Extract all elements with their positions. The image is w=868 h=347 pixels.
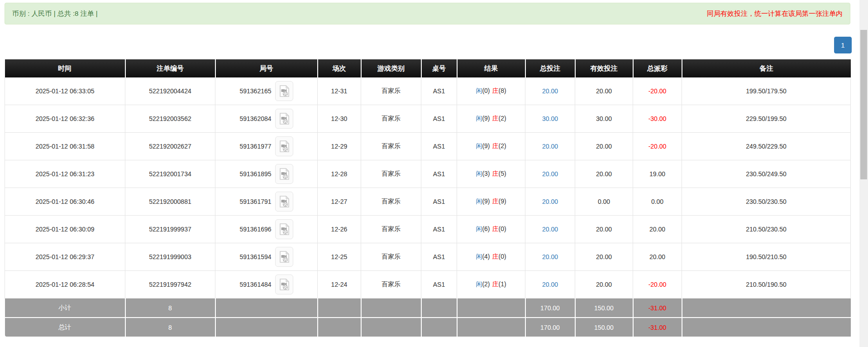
video-replay-button[interactable] bbox=[275, 109, 293, 129]
payout-cell: 0.00 bbox=[633, 188, 682, 216]
table-no-cell: AS1 bbox=[421, 105, 457, 133]
round-id-cell: 591361977 bbox=[215, 133, 318, 160]
empty-cell bbox=[361, 299, 421, 318]
banker-result-label: 庄 bbox=[492, 87, 499, 94]
video-file-icon bbox=[279, 85, 290, 97]
empty-cell bbox=[682, 318, 851, 337]
round-id-text: 591362084 bbox=[239, 115, 271, 122]
total-bet-cell: 20.00 bbox=[525, 216, 575, 243]
banker-result-value: (2) bbox=[499, 115, 506, 122]
bet-id-cell: 522191997942 bbox=[125, 271, 215, 299]
round-id-text: 591361977 bbox=[239, 143, 271, 150]
round-id-text: 591361594 bbox=[239, 253, 271, 260]
valid-bet-cell: 30.00 bbox=[575, 105, 633, 133]
valid-bet-cell: 20.00 bbox=[575, 77, 633, 105]
empty-cell bbox=[318, 299, 361, 318]
round-id-text: 591361791 bbox=[239, 198, 271, 205]
subtotal-payout: -31.00 bbox=[633, 299, 682, 318]
subtotal-count: 8 bbox=[125, 299, 215, 318]
banker-result-value: (0) bbox=[499, 253, 506, 260]
currency-summary-text: 币别 : 人民币 | 总共 :8 注单 | bbox=[12, 10, 98, 18]
result-cell: 闲(9)庄(2) bbox=[457, 133, 525, 160]
time-cell: 2025-01-12 06:28:54 bbox=[5, 271, 125, 299]
table-no-cell: AS1 bbox=[421, 243, 457, 271]
total-bet-cell: 20.00 bbox=[525, 77, 575, 105]
table-row: 2025-01-12 06:29:37 522191999003 5913615… bbox=[5, 243, 851, 271]
remark-cell: 210.50/190.50 bbox=[682, 271, 851, 299]
game-type-cell: 百家乐 bbox=[361, 77, 421, 105]
grand-total-payout: -31.00 bbox=[633, 318, 682, 337]
valid-bet-cell: 20.00 bbox=[575, 271, 633, 299]
round-id-cell: 591361895 bbox=[215, 160, 318, 188]
video-replay-button[interactable] bbox=[275, 247, 293, 267]
video-replay-button[interactable] bbox=[275, 164, 293, 184]
banker-result-label: 庄 bbox=[492, 253, 499, 260]
table-row: 2025-01-12 06:31:23 522192001734 5913618… bbox=[5, 160, 851, 188]
round-id-cell: 591362084 bbox=[215, 105, 318, 133]
player-result-value: (2) bbox=[482, 280, 490, 288]
round-id-cell: 591361484 bbox=[215, 271, 318, 299]
session-cell: 12-25 bbox=[318, 243, 361, 271]
table-no-cell: AS1 bbox=[421, 133, 457, 160]
empty-cell bbox=[682, 299, 851, 318]
empty-cell bbox=[421, 318, 457, 337]
round-id-cell: 591361696 bbox=[215, 216, 318, 243]
empty-cell bbox=[457, 299, 525, 318]
video-replay-button[interactable] bbox=[275, 81, 293, 101]
total-bet-cell: 20.00 bbox=[525, 271, 575, 299]
bet-id-cell: 522192002627 bbox=[125, 133, 215, 160]
table-row: 2025-01-12 06:30:09 522191999937 5913616… bbox=[5, 216, 851, 243]
column-header-payout: 总派彩 bbox=[633, 59, 682, 77]
remark-cell: 249.50/229.50 bbox=[682, 133, 851, 160]
banker-result-value: (8) bbox=[499, 87, 506, 94]
remark-cell: 210.50/230.50 bbox=[682, 216, 851, 243]
player-result-label: 闲 bbox=[476, 115, 482, 122]
video-replay-button[interactable] bbox=[275, 192, 293, 212]
grand-total-label: 总计 bbox=[5, 318, 125, 337]
player-result-value: (9) bbox=[482, 142, 490, 149]
scrollbar-thumb[interactable] bbox=[860, 30, 867, 179]
video-replay-button[interactable] bbox=[275, 136, 293, 156]
empty-cell bbox=[318, 318, 361, 337]
video-file-icon bbox=[279, 196, 290, 207]
valid-bet-cell: 20.00 bbox=[575, 243, 633, 271]
grand-total-count: 8 bbox=[125, 318, 215, 337]
empty-cell bbox=[421, 299, 457, 318]
column-header-total-bet: 总投注 bbox=[525, 59, 575, 77]
bet-id-cell: 522192004424 bbox=[125, 77, 215, 105]
player-result-value: (3) bbox=[482, 170, 490, 177]
table-row: 2025-01-12 06:30:46 522192000881 5913617… bbox=[5, 188, 851, 216]
subtotal-label: 小计 bbox=[5, 299, 125, 318]
bet-id-cell: 522192000881 bbox=[125, 188, 215, 216]
player-result-label: 闲 bbox=[476, 225, 482, 232]
result-cell: 闲(4)庄(0) bbox=[457, 243, 525, 271]
round-id-cell: 591361594 bbox=[215, 243, 318, 271]
round-id-text: 591361484 bbox=[239, 281, 271, 288]
video-file-icon bbox=[279, 168, 290, 180]
scrollbar-track[interactable] bbox=[859, 0, 868, 347]
payout-cell: -20.00 bbox=[633, 77, 682, 105]
empty-cell bbox=[215, 299, 318, 318]
player-result-value: (4) bbox=[482, 253, 490, 260]
session-cell: 12-24 bbox=[318, 271, 361, 299]
column-header-remark: 备注 bbox=[682, 59, 851, 77]
valid-bet-cell: 20.00 bbox=[575, 216, 633, 243]
table-row: 2025-01-12 06:31:58 522192002627 5913619… bbox=[5, 133, 851, 160]
valid-bet-disclaimer-text: 同局有效投注，统一计算在该局第一张注单内 bbox=[707, 10, 843, 18]
session-cell: 12-28 bbox=[318, 160, 361, 188]
video-replay-button[interactable] bbox=[275, 275, 293, 294]
time-cell: 2025-01-12 06:30:09 bbox=[5, 216, 125, 243]
payout-cell: 20.00 bbox=[633, 243, 682, 271]
player-result-value: (0) bbox=[482, 87, 490, 94]
pagination-page-1[interactable]: 1 bbox=[834, 37, 852, 53]
bet-id-cell: 522191999937 bbox=[125, 216, 215, 243]
valid-bet-cell: 20.00 bbox=[575, 133, 633, 160]
video-file-icon bbox=[279, 140, 290, 152]
time-cell: 2025-01-12 06:31:23 bbox=[5, 160, 125, 188]
result-cell: 闲(0)庄(8) bbox=[457, 77, 525, 105]
banker-result-label: 庄 bbox=[492, 280, 499, 288]
video-replay-button[interactable] bbox=[275, 219, 293, 239]
column-header-round-id: 局号 bbox=[215, 59, 318, 77]
payout-cell: -20.00 bbox=[633, 271, 682, 299]
column-header-game-type: 游戏类别 bbox=[361, 59, 421, 77]
